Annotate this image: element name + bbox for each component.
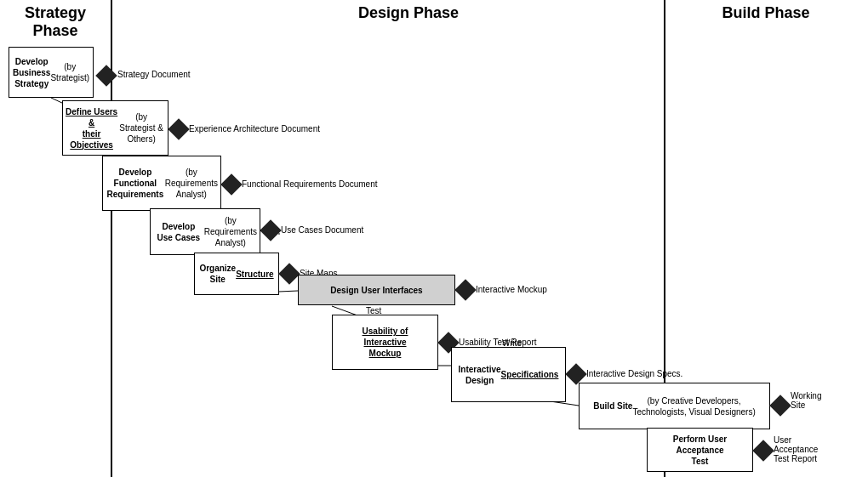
- build-phase-header: Build Phase: [681, 4, 851, 22]
- strategy-phase-header: StrategyPhase: [0, 4, 111, 40]
- task-design-user-interfaces: Design User Interfaces: [298, 275, 455, 305]
- deliverable-use-cases-doc: Use Cases Document: [281, 225, 363, 235]
- design-phase-header: Design Phase: [281, 4, 536, 22]
- deliverable-interactive-mockup: Interactive Mockup: [476, 285, 547, 294]
- diamond-user-acceptance: [752, 440, 774, 461]
- diamond-business-strategy: [95, 65, 117, 86]
- diamond-interactive-design: [565, 363, 586, 384]
- task-build-site: Build Site(by Creative Developers,Techno…: [579, 383, 770, 429]
- diamond-use-cases: [260, 219, 281, 241]
- diamond-organize-site: [278, 263, 300, 284]
- diamond-functional-req: [220, 173, 242, 195]
- diamond-define-users: [168, 118, 189, 139]
- task-develop-use-cases: Develop Use Cases(by RequirementsAnalyst…: [150, 208, 260, 255]
- deliverable-functional-req-doc: Functional Requirements Document: [242, 179, 378, 189]
- diamond-build-site: [769, 395, 791, 416]
- deliverable-usability-report: Usability Test Report: [459, 338, 537, 347]
- task-user-acceptance: Perform UserAcceptanceTest: [647, 428, 753, 472]
- task-test-usability: Usability ofInteractiveMockup: [332, 315, 438, 370]
- task-define-users: Define Users &their Objectives(by Strate…: [62, 100, 168, 156]
- task-develop-business-strategy: DevelopBusinessStrategy(byStrategist): [9, 47, 94, 98]
- diamond-design-ui: [454, 279, 476, 300]
- task-organize-site: OrganizeSiteStructure: [194, 253, 279, 295]
- task-write-interactive-design: InteractiveDesignSpecifications: [451, 347, 566, 402]
- diagram: StrategyPhase Design Phase Build Phase D…: [0, 0, 868, 477]
- deliverable-working-site: WorkingSite: [791, 391, 822, 410]
- task-develop-functional: Develop FunctionalRequirements(by Requir…: [102, 156, 221, 211]
- deliverable-user-acceptance-report: UserAcceptanceTest Report: [774, 435, 818, 463]
- deliverable-experience-arch: Experience Architecture Document: [189, 124, 320, 133]
- deliverable-interactive-design-specs: Interactive Design Specs.: [586, 369, 682, 378]
- deliverable-strategy-doc: Strategy Document: [117, 70, 191, 79]
